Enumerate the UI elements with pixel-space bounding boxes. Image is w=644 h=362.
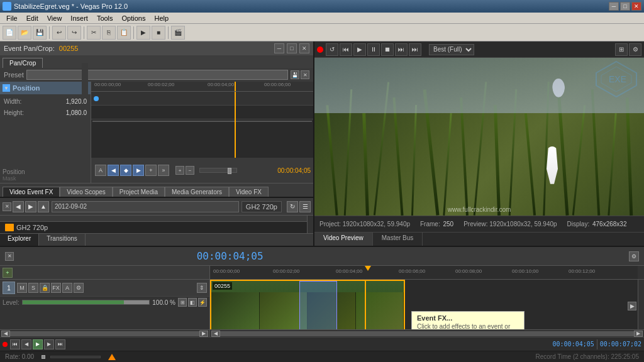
pc-nav-end[interactable]: » bbox=[158, 165, 169, 176]
preview-end[interactable]: ⏭ bbox=[409, 43, 421, 56]
undo-button[interactable]: ↩ bbox=[52, 26, 66, 40]
preview-pause[interactable]: ⏸ bbox=[367, 43, 380, 56]
tab-video-fx[interactable]: Video FX bbox=[229, 187, 269, 197]
level-icon-3[interactable]: ⚡ bbox=[198, 298, 207, 307]
pc-nav-text[interactable]: A bbox=[95, 165, 106, 176]
stop-button[interactable]: ■ bbox=[152, 26, 165, 40]
split-preview[interactable]: ⊞ bbox=[615, 43, 628, 56]
explorer-scrollbar-h[interactable] bbox=[0, 216, 307, 222]
play-button[interactable]: ▶ bbox=[136, 26, 150, 40]
redo-button[interactable]: ↪ bbox=[67, 26, 81, 40]
tl-prev-frame[interactable]: ◀ bbox=[21, 339, 31, 349]
tl-next-frame[interactable]: ▶ bbox=[44, 339, 54, 349]
pc-nav-prev[interactable]: ◀ bbox=[108, 165, 119, 176]
menu-item-insert[interactable]: Insert bbox=[67, 14, 92, 23]
tab-video-scopes[interactable]: Video Scopes bbox=[60, 187, 113, 197]
rate-slider[interactable] bbox=[50, 356, 101, 358]
track-solo-icon[interactable]: S bbox=[28, 283, 38, 293]
level-icon-2[interactable]: ◧ bbox=[188, 298, 197, 307]
handle-tl[interactable] bbox=[169, 121, 172, 122]
maximize-button[interactable]: □ bbox=[620, 2, 630, 11]
preset-input[interactable] bbox=[26, 70, 288, 80]
scroll-left-arrow-r[interactable]: ◀ bbox=[211, 331, 220, 337]
track-resize-icon[interactable]: ⇕ bbox=[197, 283, 207, 293]
pan-crop-canvas[interactable] bbox=[92, 121, 312, 122]
open-button[interactable]: 📂 bbox=[18, 26, 31, 40]
render-button[interactable]: 🎬 bbox=[171, 26, 185, 40]
position-toggle[interactable]: ▼ bbox=[3, 84, 10, 92]
explorer-scrollbar-v[interactable] bbox=[307, 216, 313, 233]
h-scroll-thumb-right[interactable] bbox=[220, 331, 634, 336]
explorer-up[interactable]: ▲ bbox=[38, 201, 49, 212]
pc-nav-plus[interactable]: + bbox=[145, 165, 157, 176]
view-icon[interactable]: ☰ bbox=[299, 201, 311, 212]
preset-save[interactable]: 💾 bbox=[291, 70, 299, 79]
explorer-item-folder[interactable]: GH2 720p bbox=[0, 222, 307, 233]
preview-next[interactable]: ⏭ bbox=[395, 43, 408, 56]
menu-item-file[interactable]: File bbox=[3, 14, 21, 23]
preview-prev[interactable]: ⏮ bbox=[340, 43, 352, 56]
menu-item-help[interactable]: Help bbox=[150, 14, 172, 23]
level-icon-1[interactable]: ⊞ bbox=[178, 298, 187, 307]
tl-play-btn[interactable]: ▶ bbox=[33, 339, 43, 349]
track-mute-icon[interactable]: M bbox=[17, 283, 27, 293]
track-lock-icon[interactable]: 🔒 bbox=[40, 283, 50, 293]
h-scroll-thumb-left[interactable] bbox=[10, 331, 199, 336]
zoom-thumb[interactable] bbox=[228, 168, 231, 174]
preview-play[interactable]: ▶ bbox=[353, 43, 366, 56]
canvas-selection[interactable] bbox=[169, 121, 235, 122]
zoom-in[interactable]: + bbox=[175, 166, 184, 175]
window-controls[interactable]: ─ □ ✕ bbox=[609, 2, 641, 11]
tl-settings-icon[interactable]: ⚙ bbox=[629, 251, 639, 261]
menu-item-view[interactable]: View bbox=[43, 14, 66, 23]
scroll-right-arrow-r[interactable]: ▶ bbox=[634, 331, 643, 337]
tl-rewind[interactable]: ⏮ bbox=[10, 339, 20, 349]
zoom-out[interactable]: − bbox=[186, 166, 194, 175]
tab-project-media[interactable]: Project Media bbox=[113, 187, 165, 197]
tab-explorer[interactable]: Explorer bbox=[0, 234, 39, 246]
v-scroll-main[interactable] bbox=[638, 280, 644, 329]
rate-slider-thumb[interactable] bbox=[42, 355, 45, 359]
track-add-button[interactable]: + bbox=[3, 268, 13, 278]
minimize-button[interactable]: ─ bbox=[609, 2, 619, 11]
explorer-back[interactable]: ◀ bbox=[13, 201, 24, 212]
pan-crop-tab[interactable]: Pan/Crop bbox=[3, 58, 43, 68]
track-automation-icon[interactable]: A bbox=[62, 283, 72, 293]
v-scroll-top[interactable] bbox=[638, 266, 644, 279]
level-slider[interactable] bbox=[22, 300, 150, 305]
video-clip-main[interactable]: 00255 bbox=[210, 280, 405, 329]
tab-transitions[interactable]: Transitions bbox=[39, 234, 86, 246]
new-button[interactable]: 📄 bbox=[3, 26, 16, 40]
scroll-left-arrow[interactable]: ◀ bbox=[1, 331, 10, 337]
menu-item-tools[interactable]: Tools bbox=[93, 14, 117, 23]
scroll-right-arrow-l[interactable]: ▶ bbox=[199, 331, 208, 337]
refresh-icon[interactable]: ↻ bbox=[287, 201, 298, 212]
pan-crop-minimize[interactable]: ─ bbox=[274, 43, 284, 53]
explorer-forward[interactable]: ▶ bbox=[25, 201, 36, 212]
preset-delete[interactable]: ✕ bbox=[301, 70, 309, 79]
close-button[interactable]: ✕ bbox=[631, 2, 641, 11]
menu-item-options[interactable]: Options bbox=[118, 14, 150, 23]
handle-bl[interactable] bbox=[169, 121, 172, 122]
quality-select[interactable]: Best (Full) bbox=[429, 44, 474, 55]
paste-button[interactable]: 📋 bbox=[117, 26, 131, 40]
scroll-right-icon[interactable]: ▶ bbox=[628, 302, 636, 310]
pan-crop-expand[interactable]: □ bbox=[287, 43, 297, 53]
tl-close-icon[interactable]: ✕ bbox=[5, 252, 14, 261]
explorer-close-icon[interactable]: ✕ bbox=[3, 202, 11, 211]
pc-nav-next[interactable]: ▶ bbox=[133, 165, 144, 176]
tab-video-preview[interactable]: Video Preview bbox=[314, 233, 373, 246]
copy-button[interactable]: ⎘ bbox=[102, 26, 116, 40]
tab-video-event-fx[interactable]: Video Event FX bbox=[3, 187, 60, 197]
tab-media-generators[interactable]: Media Generators bbox=[165, 187, 229, 197]
tl-fast-forward[interactable]: ⏭ bbox=[55, 339, 65, 349]
track-fx-icon[interactable]: FX bbox=[51, 283, 61, 293]
track-settings-icon[interactable]: ⚙ bbox=[74, 283, 84, 293]
tab-master-bus[interactable]: Master Bus bbox=[373, 233, 423, 246]
pan-crop-close[interactable]: ✕ bbox=[299, 43, 309, 53]
pc-zoom-slider[interactable] bbox=[199, 168, 237, 173]
preview-settings[interactable]: ⚙ bbox=[629, 43, 641, 56]
cut-button[interactable]: ✂ bbox=[87, 26, 101, 40]
preview-loop[interactable]: ↺ bbox=[326, 43, 338, 56]
menu-item-edit[interactable]: Edit bbox=[23, 14, 42, 23]
